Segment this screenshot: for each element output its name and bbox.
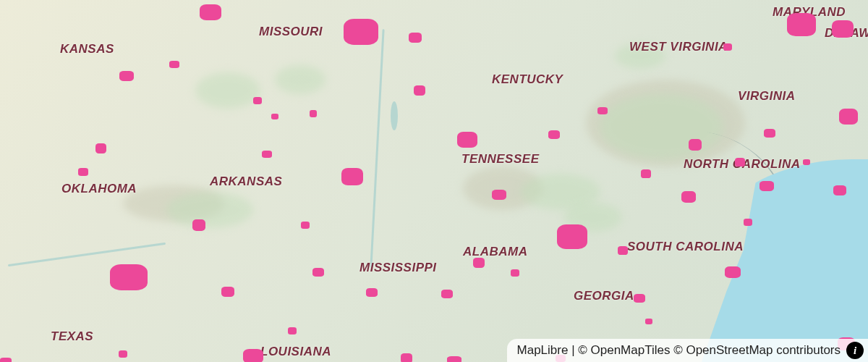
urban-area — [169, 61, 179, 68]
urban-area — [839, 109, 858, 125]
urban-area — [645, 319, 652, 324]
urban-area — [689, 139, 702, 151]
urban-area — [200, 4, 221, 20]
state-label: GEORGIA — [574, 289, 634, 303]
urban-area — [833, 185, 846, 195]
urban-area — [310, 110, 317, 117]
urban-area — [344, 19, 378, 45]
urban-area — [597, 107, 608, 114]
terrain-forest — [166, 192, 253, 228]
urban-area — [681, 191, 696, 203]
urban-area — [366, 288, 378, 297]
urban-area — [618, 246, 628, 255]
attr-lib-link[interactable]: MapLibre — [517, 343, 569, 357]
urban-area — [548, 130, 560, 139]
urban-area — [447, 356, 461, 362]
terrain-forest — [275, 65, 326, 94]
state-label: TEXAS — [51, 329, 93, 344]
urban-area — [760, 181, 774, 191]
state-label: KENTUCKY — [492, 72, 563, 87]
attr-sep: | — [571, 343, 574, 357]
info-icon[interactable]: i — [846, 342, 864, 359]
urban-area — [803, 159, 810, 165]
attr-osm-link[interactable]: © OpenStreetMap contributors — [673, 343, 841, 357]
urban-area — [192, 219, 205, 231]
state-label: ARKANSAS — [210, 174, 282, 189]
state-label: MISSISSIPPI — [359, 261, 437, 275]
urban-area — [473, 258, 485, 268]
state-label: WEST VIRGINIA — [629, 40, 728, 54]
urban-area — [271, 114, 278, 119]
urban-area — [832, 20, 854, 38]
urban-area — [457, 132, 477, 148]
attr-openmap-tiles-link[interactable]: © OpenMapTiles — [578, 343, 670, 357]
state-label: MISSOURI — [259, 25, 323, 39]
urban-area — [511, 269, 519, 277]
urban-area — [262, 151, 272, 158]
urban-area — [409, 33, 422, 43]
urban-area — [723, 43, 732, 51]
terrain-forest — [195, 72, 260, 109]
urban-area — [119, 71, 134, 81]
urban-area — [441, 290, 453, 298]
urban-area — [301, 222, 310, 229]
urban-area — [0, 358, 12, 362]
urban-area — [95, 143, 106, 153]
urban-area — [288, 327, 297, 334]
state-label: LOUISIANA — [260, 345, 331, 359]
urban-area — [78, 168, 88, 176]
urban-area — [641, 169, 651, 178]
urban-area — [725, 266, 741, 278]
urban-area — [634, 294, 645, 303]
urban-area — [221, 287, 234, 297]
urban-area — [401, 353, 412, 362]
urban-area — [110, 264, 148, 290]
urban-area — [764, 129, 775, 138]
urban-area — [243, 349, 263, 362]
attribution-bar: MapLibre | © OpenMapTiles © OpenStreetMa… — [507, 339, 868, 362]
state-label: VIRGINIA — [738, 89, 796, 104]
map-canvas[interactable]: KANSASMISSOURIWEST VIRGINIADELAWAREMARYL… — [0, 0, 868, 362]
state-label: SOUTH CAROLINA — [627, 240, 744, 254]
urban-area — [414, 85, 425, 96]
urban-area — [787, 13, 816, 36]
urban-area — [492, 190, 506, 200]
urban-area — [744, 219, 752, 226]
urban-area — [735, 158, 745, 167]
state-label: ALABAMA — [463, 245, 527, 259]
state-label: OKLAHOMA — [61, 182, 137, 196]
urban-area — [557, 224, 587, 249]
urban-area — [312, 268, 324, 277]
urban-area — [341, 168, 363, 185]
urban-area — [253, 97, 262, 104]
state-label: TENNESSEE — [461, 152, 539, 167]
state-label: KANSAS — [60, 42, 114, 56]
urban-area — [119, 350, 127, 358]
